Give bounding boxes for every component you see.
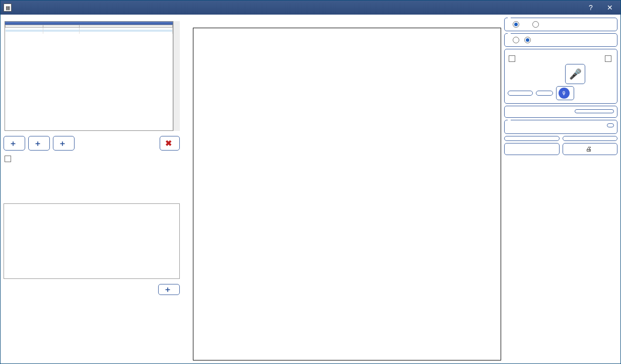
lingual-label bbox=[183, 127, 191, 228]
show-current-exam-checkbox[interactable] bbox=[5, 156, 180, 162]
facial-label bbox=[183, 28, 191, 80]
facial-label bbox=[183, 228, 191, 309]
advance-sequence-group bbox=[504, 18, 617, 31]
left-radio[interactable] bbox=[524, 37, 531, 43]
index-group bbox=[504, 106, 617, 118]
perio-chart-window: ▦ ? ✕ bbox=[0, 0, 621, 364]
default-button[interactable]: ＋ bbox=[53, 136, 75, 151]
app-icon: ▦ bbox=[4, 4, 12, 12]
plus-icon: ＋ bbox=[9, 140, 17, 147]
skip-teeth-button[interactable] bbox=[504, 136, 560, 141]
print-button[interactable]: 🖨 bbox=[563, 143, 618, 155]
x-icon: ✖ bbox=[165, 138, 172, 148]
exams-scrollbar[interactable] bbox=[173, 21, 180, 131]
add-exam-button[interactable]: ＋ bbox=[4, 136, 25, 151]
titlebar: ▦ ? ✕ bbox=[1, 1, 620, 15]
plus-icon: ＋ bbox=[34, 140, 42, 147]
exam-notes-textarea[interactable] bbox=[4, 203, 180, 279]
keypad-group: 🎤 🎙 bbox=[504, 49, 617, 104]
maxillary-first-radio[interactable] bbox=[513, 21, 519, 28]
right-radio[interactable] bbox=[513, 37, 519, 43]
microphone-button[interactable]: 🎤 bbox=[565, 64, 585, 84]
delete-exam-button[interactable]: ✖ bbox=[160, 136, 180, 151]
surface-labels bbox=[183, 28, 191, 360]
facials-first-radio[interactable] bbox=[532, 21, 539, 28]
checkbox-icon bbox=[5, 156, 11, 162]
key-10-button[interactable] bbox=[536, 91, 553, 96]
exam-row[interactable] bbox=[6, 32, 173, 34]
close-button[interactable]: ✕ bbox=[602, 2, 617, 13]
plus-icon: ＋ bbox=[58, 140, 66, 147]
perio-grid[interactable] bbox=[193, 28, 501, 360]
exams-list bbox=[5, 21, 173, 131]
current-direction-group bbox=[504, 33, 617, 47]
copy-exam-button[interactable]: ＋ bbox=[28, 136, 50, 151]
right-panel: 🎤 🎙 bbox=[504, 17, 617, 360]
bola-mic-icon: 🎙 bbox=[559, 88, 570, 99]
calc-index-button[interactable] bbox=[575, 109, 614, 113]
copy-note-button[interactable]: ＋ bbox=[158, 284, 180, 295]
ging-marg-plus-checkbox[interactable] bbox=[605, 55, 614, 62]
triplets-checkbox[interactable] bbox=[509, 55, 518, 62]
perio-grid-panel bbox=[183, 17, 501, 360]
save-to-images-button[interactable] bbox=[504, 143, 560, 155]
left-panel: ＋ ＋ ＋ ✖ ＋ bbox=[4, 17, 180, 360]
key-0-button[interactable] bbox=[508, 91, 533, 96]
count-teeth-button[interactable] bbox=[607, 123, 614, 127]
graphical-button[interactable] bbox=[563, 136, 618, 141]
microphone-icon: 🎤 bbox=[569, 68, 582, 80]
numbers-in-red-group bbox=[504, 120, 617, 134]
plus-icon: ＋ bbox=[164, 286, 172, 293]
help-button[interactable]: ? bbox=[583, 2, 598, 13]
bola-voice-button[interactable]: 🎙 bbox=[556, 86, 574, 100]
printer-icon: 🖨 bbox=[586, 145, 592, 153]
lingual-label bbox=[183, 80, 191, 127]
